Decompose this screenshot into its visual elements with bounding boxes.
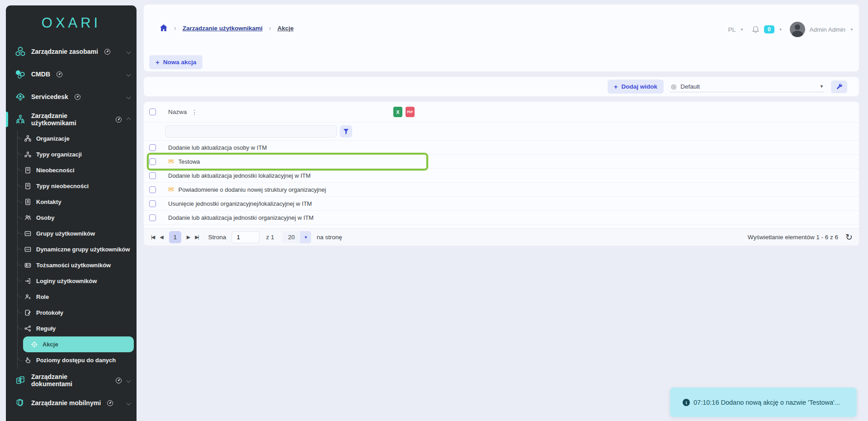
users-submenu: Organizacje Typy organizacji Nieobecnośc… xyxy=(17,131,137,369)
table-row-testowa[interactable]: ✉ Testowa xyxy=(144,155,859,169)
sidebar-item-zarzadzanie-dokumentami[interactable]: Zarządzanie dokumentami xyxy=(6,369,137,392)
funnel-icon xyxy=(343,128,349,134)
sidebar-item-zarzadzanie-zasobami[interactable]: Zarządzanie zasobami xyxy=(6,40,137,63)
last-page-icon[interactable]: ▶| xyxy=(195,234,198,240)
sidebar-item-poziomy-dostepu[interactable]: Poziomy dostępu do danych xyxy=(18,352,137,368)
export-buttons: X PDF xyxy=(393,107,415,117)
sidebar-item-ustawienia[interactable]: Ustawienia xyxy=(6,414,137,421)
chevron-down-icon: ▼ xyxy=(740,28,744,32)
table-header: Nazwa ⋮ X PDF xyxy=(144,102,859,123)
page-number-input[interactable] xyxy=(231,231,259,243)
table-row[interactable]: Dodanie lub aktualizacja jednostki organ… xyxy=(144,211,859,225)
nodes-icon xyxy=(24,151,32,158)
sidebar-item-protokoly[interactable]: Protokoły xyxy=(18,305,137,321)
row-checkbox[interactable] xyxy=(149,158,156,165)
sidebar-item-typy-organizacji[interactable]: Typy organizacji xyxy=(18,147,137,162)
row-checkbox[interactable] xyxy=(149,186,156,193)
org-people-icon xyxy=(15,114,26,125)
language-selector[interactable]: PL xyxy=(728,26,736,33)
breadcrumb-separator: › xyxy=(269,24,271,32)
book-icon xyxy=(24,182,32,190)
toast-notification[interactable]: i 07:10:16 Dodano nową akcję o nazwie 'T… xyxy=(670,388,857,417)
filter-input[interactable] xyxy=(165,125,337,137)
filter-button[interactable] xyxy=(340,125,352,137)
headset-icon xyxy=(15,91,26,102)
sidebar-item-dynamiczne-grupy[interactable]: Dynamiczne grupy użytkowników xyxy=(18,241,137,257)
column-header-nazwa[interactable]: Nazwa xyxy=(168,109,187,115)
sidebar-item-typy-nieobecnosci[interactable]: Typy nieobecności xyxy=(18,178,137,194)
sidebar: OXARI Zarządzanie zasobami CMDB Serviced… xyxy=(6,5,137,421)
target-icon xyxy=(30,341,38,348)
refresh-icon[interactable]: ↻ xyxy=(845,232,853,242)
table-row[interactable]: Dodanie lub aktualizacja osoby w ITM xyxy=(144,141,859,155)
sidebar-item-tozsamosci[interactable]: Tożsamości użytkowników xyxy=(18,257,137,273)
chevron-down-icon xyxy=(127,401,131,405)
items-summary: Wyświetlanie elementów 1 - 6 z 6 xyxy=(748,234,838,241)
breadcrumb-current[interactable]: Akcje xyxy=(277,25,293,32)
group-box-icon xyxy=(24,246,32,253)
table-row[interactable]: Usunięcie jednostki organizacyjnej/lokal… xyxy=(144,197,859,211)
sitemap-icon xyxy=(24,135,32,142)
chevron-down-icon xyxy=(127,49,131,54)
sidebar-item-servicedesk[interactable]: Servicedesk xyxy=(6,85,137,108)
sidebar-item-zarzadzanie-mobilnymi[interactable]: Zarządzanie mobilnymi xyxy=(6,392,137,414)
gauge-icon xyxy=(116,378,122,383)
sidebar-item-loginy[interactable]: Loginy użytkowników xyxy=(18,273,137,289)
bell-icon[interactable] xyxy=(752,25,760,33)
sidebar-item-osoby[interactable]: Osoby xyxy=(18,210,137,226)
view-toolbar-card: + Dodaj widok ◎ Default ▼ xyxy=(144,77,859,96)
export-pdf-icon[interactable]: PDF xyxy=(406,107,415,117)
first-page-icon[interactable]: |◀ xyxy=(151,234,154,240)
column-menu-icon[interactable]: ⋮ xyxy=(191,109,198,116)
sidebar-item-kontakty[interactable]: Kontakty xyxy=(18,194,137,210)
sidebar-item-label: CMDB xyxy=(31,71,50,78)
sidebar-item-grupy-uzytkownikow[interactable]: Grupy użytkowników xyxy=(18,226,137,241)
row-checkbox[interactable] xyxy=(149,144,156,151)
group-box-icon xyxy=(24,230,32,237)
sidebar-item-akcje[interactable]: Akcje xyxy=(23,336,134,352)
page-size-select[interactable]: 20 ▼ xyxy=(282,231,311,243)
header-actions: PL ▼ 0 ▼ Admin Admin ▼ xyxy=(728,22,854,37)
view-selected-value: Default xyxy=(680,83,700,90)
pagination-bar: |◀ ◀ 1 ▶ ▶| Strona z 1 20 ▼ na stronę Wy… xyxy=(144,228,859,246)
chevron-down-icon[interactable]: ▼ xyxy=(850,28,854,32)
sidebar-item-nieobecnosci[interactable]: Nieobecności xyxy=(18,162,137,178)
hexagons-cmdb-icon xyxy=(15,69,26,80)
view-selector[interactable]: ◎ Default ▼ xyxy=(670,81,825,92)
table-row[interactable]: Dodanie lub aktualizacja jednostki lokal… xyxy=(144,169,859,183)
sidebar-item-zarzadzanie-uzytkownikami[interactable]: Zarządzanie użytkownikami xyxy=(6,108,137,131)
sidebar-item-role[interactable]: Role xyxy=(18,289,137,305)
plus-icon: + xyxy=(614,83,618,90)
prev-page-icon[interactable]: ◀ xyxy=(160,234,162,240)
gauge-icon xyxy=(116,117,122,123)
gauge-icon xyxy=(104,49,110,55)
info-icon: i xyxy=(683,399,690,406)
add-view-button[interactable]: + Dodaj widok xyxy=(608,80,664,94)
sidebar-item-label: Zarządzanie użytkownikami xyxy=(31,112,109,127)
app-logo: OXARI xyxy=(6,5,137,40)
main-content: › Zarządzanie użytkownikami › Akcje PL ▼… xyxy=(144,0,859,421)
export-excel-icon[interactable]: X xyxy=(393,107,402,117)
book-icon xyxy=(24,166,32,174)
table-row[interactable]: ✉ Powiadomienie o dodaniu nowej struktur… xyxy=(144,183,859,197)
row-checkbox[interactable] xyxy=(149,172,156,179)
wrench-icon xyxy=(835,83,843,90)
header-card: › Zarządzanie użytkownikami › Akcje PL ▼… xyxy=(144,5,859,71)
table-settings-button[interactable] xyxy=(831,80,847,93)
sidebar-item-cmdb[interactable]: CMDB xyxy=(6,63,137,85)
sidebar-item-organizacje[interactable]: Organizacje xyxy=(18,131,137,147)
chevron-down-icon[interactable]: ▼ xyxy=(779,28,783,32)
row-checkbox[interactable] xyxy=(149,200,156,207)
sidebar-item-reguly[interactable]: Reguły xyxy=(18,321,137,336)
select-all-checkbox[interactable] xyxy=(149,109,156,115)
documents-icon xyxy=(15,375,26,386)
home-icon[interactable] xyxy=(160,24,168,32)
breadcrumb-link-users[interactable]: Zarządzanie użytkownikami xyxy=(183,25,263,32)
avatar[interactable] xyxy=(790,22,805,37)
people-icon xyxy=(24,214,32,222)
next-page-icon[interactable]: ▶ xyxy=(187,234,189,240)
new-action-button[interactable]: + Nowa akcja xyxy=(149,55,203,69)
row-checkbox[interactable] xyxy=(149,214,156,221)
current-page-button[interactable]: 1 xyxy=(169,231,181,243)
notification-badge[interactable]: 0 xyxy=(764,25,774,33)
